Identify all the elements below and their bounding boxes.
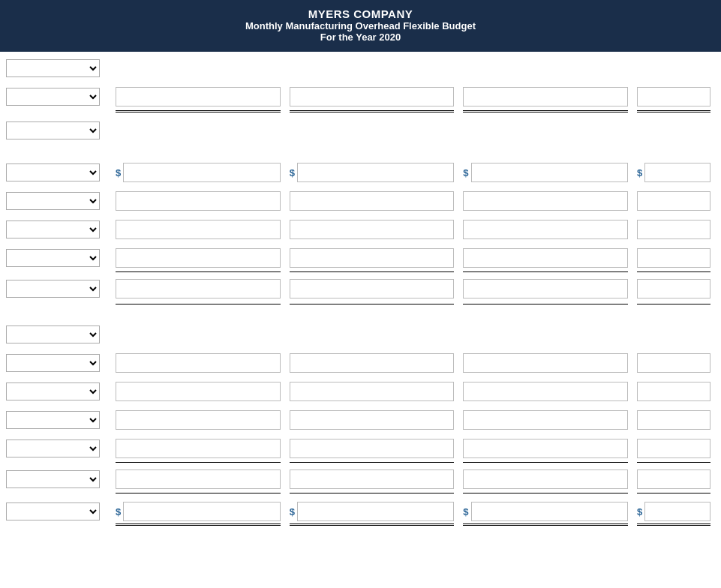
header-col-4 <box>632 87 715 106</box>
row-4: $ $ $ $ <box>6 159 715 186</box>
row-13 <box>6 435 715 462</box>
input-15-4[interactable] <box>644 502 710 521</box>
input-5-2[interactable] <box>290 191 455 211</box>
row-9 <box>6 321 715 348</box>
header-col-2 <box>285 87 459 106</box>
input-4-3[interactable] <box>471 163 628 182</box>
dropdown-15[interactable] <box>6 502 100 520</box>
col-4-2: $ <box>285 163 459 182</box>
header-col-1 <box>111 87 285 106</box>
cols-5 <box>111 191 715 211</box>
input-15-1[interactable] <box>123 502 280 521</box>
label-cell-3 <box>6 122 111 140</box>
dollar-sign-4-4: $ <box>637 167 642 178</box>
input-11-1[interactable] <box>116 382 281 401</box>
dropdown-13[interactable] <box>6 440 100 458</box>
input-4-2[interactable] <box>297 163 454 182</box>
row-14 <box>6 466 715 493</box>
dropdown-14[interactable] <box>6 470 100 488</box>
header-col-3 <box>458 87 632 106</box>
input-14-3[interactable] <box>463 470 628 489</box>
input-6-2[interactable] <box>290 220 455 239</box>
input-10-3[interactable] <box>463 353 628 373</box>
report-year: For the Year 2020 <box>0 32 721 43</box>
header-input-2[interactable] <box>290 87 455 106</box>
input-4-4[interactable] <box>644 163 710 182</box>
input-14-4[interactable] <box>637 470 710 489</box>
input-5-3[interactable] <box>463 191 628 211</box>
dropdown-4[interactable] <box>6 164 100 182</box>
col-13-2 <box>285 439 459 458</box>
col-11-4 <box>632 382 715 401</box>
col-15-1: $ <box>111 502 285 521</box>
label-cell-2 <box>6 88 111 106</box>
input-15-3[interactable] <box>471 502 628 521</box>
input-13-3[interactable] <box>463 439 628 458</box>
input-10-2[interactable] <box>290 353 455 373</box>
input-6-3[interactable] <box>463 220 628 239</box>
input-10-4[interactable] <box>637 353 710 373</box>
input-11-4[interactable] <box>637 382 710 401</box>
header-input-1[interactable] <box>116 87 281 106</box>
dropdown-11[interactable] <box>6 382 100 400</box>
dollar-sign-4-3: $ <box>463 167 468 178</box>
input-8-3[interactable] <box>463 279 628 298</box>
input-8-1[interactable] <box>116 279 281 298</box>
input-13-4[interactable] <box>637 439 710 458</box>
input-6-1[interactable] <box>116 220 281 239</box>
input-7-3[interactable] <box>463 248 628 268</box>
dropdown-2[interactable] <box>6 88 100 106</box>
row-10 <box>6 350 715 376</box>
single-underline-divider-2 <box>111 304 715 304</box>
cols-7 <box>111 248 715 268</box>
input-12-4[interactable] <box>637 410 710 430</box>
input-11-3[interactable] <box>463 382 628 401</box>
dropdown-8[interactable] <box>6 280 100 298</box>
input-7-2[interactable] <box>290 248 455 268</box>
input-10-1[interactable] <box>116 353 281 373</box>
header-input-4[interactable] <box>637 87 710 106</box>
input-12-2[interactable] <box>290 410 455 430</box>
col-12-3 <box>458 410 632 430</box>
dropdown-10[interactable] <box>6 354 100 372</box>
input-7-4[interactable] <box>637 248 710 268</box>
dropdown-6[interactable] <box>6 220 100 238</box>
row-12 <box>6 406 715 434</box>
input-15-2[interactable] <box>297 502 454 521</box>
cols-13 <box>111 439 715 458</box>
input-4-1[interactable] <box>123 163 280 182</box>
label-cell-12 <box>6 411 111 429</box>
input-5-1[interactable] <box>116 191 281 211</box>
dropdown-7[interactable] <box>6 249 100 267</box>
col-14-2 <box>285 470 459 489</box>
dropdown-1[interactable] <box>6 59 100 77</box>
row-5 <box>6 188 715 214</box>
col-10-2 <box>285 353 459 373</box>
input-6-4[interactable] <box>637 220 710 239</box>
col-4-4: $ <box>632 163 715 182</box>
dropdown-3[interactable] <box>6 122 100 140</box>
input-13-1[interactable] <box>116 439 281 458</box>
input-7-1[interactable] <box>116 248 281 268</box>
dollar-sign-4-2: $ <box>290 167 295 178</box>
input-5-4[interactable] <box>637 191 710 211</box>
dropdown-9[interactable] <box>6 326 100 344</box>
cols-11 <box>111 382 715 401</box>
header: MYERS COMPANY Monthly Manufacturing Over… <box>0 0 721 52</box>
company-name: MYERS COMPANY <box>0 8 721 20</box>
dropdown-5[interactable] <box>6 192 100 210</box>
input-14-2[interactable] <box>290 470 455 489</box>
label-cell-9 <box>6 326 111 344</box>
input-12-1[interactable] <box>116 410 281 430</box>
label-cell-11 <box>6 382 111 400</box>
header-input-3[interactable] <box>463 87 628 106</box>
input-14-1[interactable] <box>116 470 281 489</box>
cols-12 <box>111 410 715 430</box>
col-8-3 <box>458 279 632 298</box>
input-8-4[interactable] <box>637 279 710 298</box>
dropdown-12[interactable] <box>6 411 100 429</box>
input-11-2[interactable] <box>290 382 455 401</box>
input-13-2[interactable] <box>290 439 455 458</box>
input-12-3[interactable] <box>463 410 628 430</box>
input-8-2[interactable] <box>290 279 455 298</box>
